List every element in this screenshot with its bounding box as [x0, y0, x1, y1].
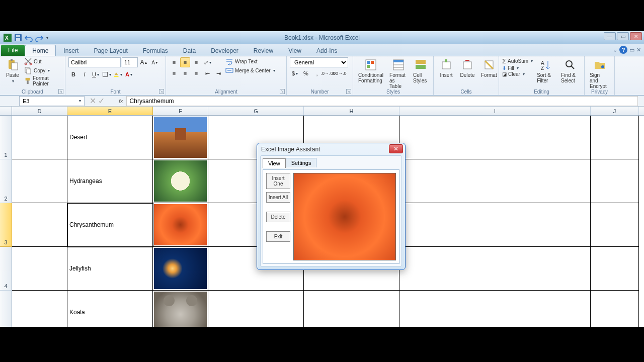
cell-styles-button[interactable]: Cell Styles [411, 57, 430, 84]
thumbnail-image[interactable] [154, 117, 207, 158]
cell-D1[interactable] [12, 116, 67, 159]
help-icon[interactable]: ? [619, 46, 627, 54]
dialog-close-button[interactable]: ✕ [389, 144, 403, 153]
cell-J3[interactable] [591, 203, 639, 247]
thumbnail-image[interactable] [154, 292, 207, 327]
number-launcher[interactable]: ↘ [346, 89, 351, 94]
qat-more-icon[interactable]: ▾ [46, 36, 48, 40]
align-right-icon[interactable]: ≡ [191, 68, 201, 78]
thumbnail-image[interactable] [154, 204, 207, 245]
thumbnail-image[interactable] [154, 160, 207, 202]
font-color-button[interactable]: A▾ [124, 69, 134, 79]
col-header-j[interactable]: J [591, 107, 639, 115]
bold-button[interactable]: B [68, 69, 78, 79]
col-header-i[interactable]: I [399, 107, 591, 115]
undo-icon[interactable] [24, 33, 33, 42]
cell-D3[interactable] [12, 203, 67, 247]
cell-I2[interactable] [399, 159, 591, 203]
align-middle-icon[interactable]: ≡ [180, 57, 190, 67]
font-size-select[interactable] [122, 57, 138, 67]
insert-cells-button[interactable]: Insert [437, 57, 456, 79]
font-launcher[interactable]: ↘ [159, 89, 164, 94]
cell-D4[interactable] [12, 247, 67, 291]
minimize-ribbon-icon[interactable]: ⌄ [613, 47, 617, 53]
align-left-icon[interactable]: ≡ [169, 68, 179, 78]
row-header[interactable]: 2 [0, 159, 12, 203]
cell-F2[interactable] [153, 159, 208, 203]
number-format-select[interactable]: General [290, 57, 348, 67]
delete-button[interactable]: Delete [266, 212, 290, 222]
orientation-icon[interactable]: ⤢▾ [202, 57, 212, 67]
formula-input[interactable] [126, 96, 638, 106]
sort-filter-button[interactable]: AZSort & Filter [535, 57, 557, 84]
cell-I5[interactable] [399, 291, 591, 327]
tab-view[interactable]: View [281, 45, 309, 56]
sign-encrypt-button[interactable]: Sign and Encrypt [588, 57, 611, 90]
fill-color-button[interactable]: ▾ [113, 69, 123, 79]
cell-J2[interactable] [591, 159, 639, 203]
clear-button[interactable]: ◪Clear▾ [502, 71, 533, 77]
redo-icon[interactable] [35, 33, 44, 42]
tab-insert[interactable]: Insert [56, 45, 86, 56]
clipboard-launcher[interactable]: ↘ [58, 89, 63, 94]
format-as-table-button[interactable]: Format as Table [387, 57, 409, 90]
align-bottom-icon[interactable]: ≡ [191, 57, 201, 67]
wrap-text-button[interactable]: Wrap Text [225, 57, 275, 65]
cell-J5[interactable] [591, 291, 639, 327]
cell-D2[interactable] [12, 159, 67, 203]
cancel-formula-icon[interactable]: ✕ [90, 96, 96, 106]
cell-J1[interactable] [591, 116, 639, 159]
percent-format-icon[interactable]: % [301, 68, 311, 78]
cell-E5[interactable]: Koala [67, 291, 153, 327]
row-header[interactable]: 5 [0, 291, 12, 327]
fill-button[interactable]: ⬇Fill▾ [502, 65, 533, 71]
cell-E3[interactable]: Chrysanthemum [67, 203, 153, 247]
thumbnail-image[interactable] [154, 248, 207, 289]
window-restore-icon[interactable]: ▭ [629, 47, 634, 53]
cell-I3[interactable] [399, 203, 591, 247]
paste-button[interactable]: Paste ▾ [3, 57, 22, 84]
col-header-h[interactable]: H [304, 107, 399, 115]
insert-all-button[interactable]: Insert All [266, 192, 290, 203]
increase-indent-icon[interactable]: ⇥ [213, 68, 223, 78]
ribbon-close-icon[interactable]: ✕ [636, 47, 641, 53]
col-header-e[interactable]: E [67, 107, 153, 115]
decrease-indent-icon[interactable]: ⇤ [202, 68, 212, 78]
insert-one-button[interactable]: Insert One [266, 173, 290, 189]
tab-data[interactable]: Data [176, 45, 203, 56]
format-cells-button[interactable]: Format [479, 57, 499, 79]
align-center-icon[interactable]: ≡ [180, 68, 190, 78]
conditional-formatting-button[interactable]: Conditional Formatting [356, 57, 385, 84]
autosum-button[interactable]: ΣAutoSum▾ [502, 57, 533, 65]
underline-button[interactable]: U▾ [91, 69, 101, 79]
enter-formula-icon[interactable]: ✓ [98, 96, 105, 106]
save-icon[interactable] [14, 33, 23, 42]
cell-E4[interactable]: Jellyfish [67, 247, 153, 291]
close-button[interactable]: ✕ [630, 32, 642, 40]
cell-I1[interactable] [399, 116, 591, 159]
format-painter-button[interactable]: Format Painter [24, 75, 62, 86]
accounting-format-icon[interactable]: $▾ [290, 68, 300, 78]
tab-developer[interactable]: Developer [203, 45, 246, 56]
font-family-select[interactable] [68, 57, 121, 67]
dialog-tab-view[interactable]: View [263, 158, 286, 168]
merge-center-button[interactable]: Merge & Center▾ [225, 66, 275, 74]
row-header[interactable]: 4 [0, 247, 12, 291]
exit-button[interactable]: Exit [266, 231, 290, 242]
row-header[interactable]: 1 [0, 116, 12, 159]
cell-J4[interactable] [591, 247, 639, 291]
find-select-button[interactable]: Find & Select [559, 57, 581, 84]
alignment-launcher[interactable]: ↘ [280, 89, 285, 94]
tab-review[interactable]: Review [246, 45, 281, 56]
grow-font-icon[interactable]: A▲ [139, 57, 149, 67]
delete-cells-button[interactable]: Delete [458, 57, 477, 79]
tab-page-layout[interactable]: Page Layout [86, 45, 135, 56]
minimize-button[interactable]: — [604, 32, 616, 40]
name-box[interactable]: E3▾ [19, 96, 85, 106]
tab-formulas[interactable]: Formulas [135, 45, 176, 56]
dialog-tab-settings[interactable]: Settings [286, 158, 317, 167]
italic-button[interactable]: I [79, 69, 90, 79]
select-all-corner[interactable] [0, 107, 12, 115]
cell-H5[interactable] [304, 291, 399, 327]
shrink-font-icon[interactable]: A▼ [150, 57, 160, 67]
